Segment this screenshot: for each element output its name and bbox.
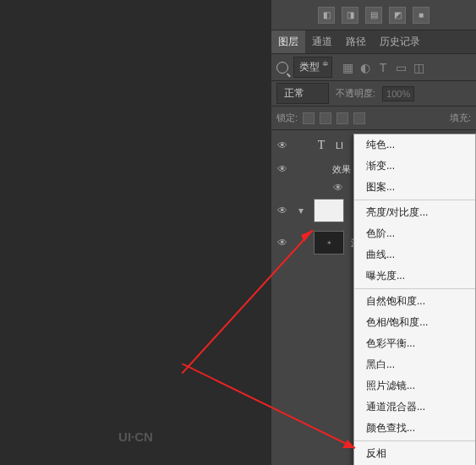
filter-shape-icon[interactable]: ▭ bbox=[394, 61, 408, 74]
tab-channels[interactable]: 通道 bbox=[305, 30, 339, 53]
menu-item[interactable]: 反相 bbox=[354, 443, 475, 464]
layer-name: LI bbox=[336, 140, 343, 150]
menu-item[interactable]: 纯色... bbox=[354, 134, 475, 156]
menu-item[interactable]: 渐变... bbox=[354, 156, 475, 177]
menu-separator bbox=[354, 200, 475, 200]
menu-item[interactable]: 色阶... bbox=[354, 223, 475, 244]
filter-pixel-icon[interactable]: ▦ bbox=[341, 61, 354, 74]
visibility-icon[interactable]: 👁 bbox=[276, 237, 288, 249]
visibility-icon[interactable]: 👁 bbox=[276, 140, 288, 151]
canvas-area: UI·CN bbox=[0, 0, 271, 465]
tool-icon-1[interactable]: ◧ bbox=[318, 7, 335, 24]
menu-item[interactable]: 图案... bbox=[354, 177, 475, 198]
adjustment-menu: 纯色...渐变...图案...亮度/对比度...色阶...曲线...曝光度...… bbox=[353, 134, 476, 465]
visibility-icon[interactable]: 👁 bbox=[276, 163, 288, 175]
tool-icon-2[interactable]: ◨ bbox=[342, 7, 358, 24]
link-icon[interactable]: ▾ bbox=[295, 205, 307, 216]
blend-mode-dropdown[interactable]: 正常 bbox=[276, 83, 329, 104]
filter-adjust-icon[interactable]: ◐ bbox=[358, 61, 372, 74]
lock-pixels-icon[interactable] bbox=[320, 112, 331, 124]
top-toolbar: ◧ ◨ ▤ ◩ ■ bbox=[271, 0, 476, 30]
menu-item[interactable]: 色彩平衡... bbox=[354, 333, 475, 354]
menu-separator bbox=[354, 440, 475, 441]
blend-row: 正常 不透明度: 100% bbox=[271, 81, 476, 107]
fill-label: 填充: bbox=[450, 112, 471, 124]
menu-item[interactable]: 曝光度... bbox=[354, 265, 475, 287]
watermark: UI·CN bbox=[118, 429, 153, 444]
menu-item[interactable]: 色相/饱和度... bbox=[354, 312, 475, 333]
tab-history[interactable]: 历史记录 bbox=[373, 30, 427, 53]
visibility-icon[interactable]: 👁 bbox=[332, 182, 344, 194]
menu-item[interactable]: 照片滤镜... bbox=[354, 375, 475, 397]
menu-item[interactable]: 曲线... bbox=[354, 244, 475, 265]
menu-item[interactable]: 亮度/对比度... bbox=[354, 202, 475, 223]
filter-row: 类型 ▦ ◐ T ▭ ◫ bbox=[271, 54, 476, 81]
menu-separator bbox=[354, 288, 475, 289]
filter-type-icon[interactable]: T bbox=[376, 61, 390, 74]
layer-name: 效果 bbox=[332, 163, 351, 176]
menu-item[interactable]: 颜色查找... bbox=[354, 418, 475, 439]
layer-thumbnail bbox=[314, 199, 344, 222]
lock-transparent-icon[interactable] bbox=[303, 112, 315, 124]
opacity-value[interactable]: 100% bbox=[382, 86, 414, 101]
search-icon[interactable] bbox=[276, 62, 288, 74]
type-layer-icon: T bbox=[314, 138, 329, 153]
tool-icon-3[interactable]: ▤ bbox=[365, 7, 382, 24]
menu-item[interactable]: 自然饱和度... bbox=[354, 291, 475, 312]
tool-icon-5[interactable]: ■ bbox=[413, 7, 429, 24]
filter-smart-icon[interactable]: ◫ bbox=[412, 61, 425, 74]
lock-all-icon[interactable] bbox=[353, 112, 365, 124]
opacity-label: 不透明度: bbox=[336, 87, 375, 100]
menu-item[interactable]: 通道混合器... bbox=[354, 397, 475, 418]
tab-layers[interactable]: 图层 bbox=[271, 30, 305, 53]
menu-item[interactable]: 黑白... bbox=[354, 354, 475, 375]
panel-tabs: 图层 通道 路径 历史记录 bbox=[271, 30, 476, 54]
layer-thumbnail: ✶ bbox=[314, 231, 344, 254]
tab-paths[interactable]: 路径 bbox=[339, 30, 373, 53]
lock-position-icon[interactable] bbox=[336, 112, 348, 124]
kind-dropdown[interactable]: 类型 bbox=[293, 57, 332, 78]
visibility-icon[interactable]: 👁 bbox=[276, 205, 288, 216]
tool-icon-4[interactable]: ◩ bbox=[389, 7, 406, 24]
lock-row: 锁定: 填充: bbox=[271, 107, 476, 130]
lock-label: 锁定: bbox=[276, 112, 298, 124]
